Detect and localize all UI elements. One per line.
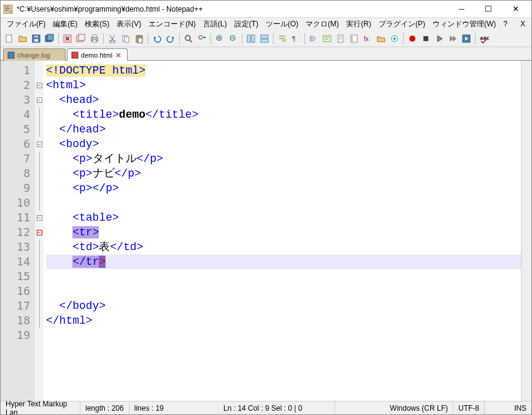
svg-rect-44 (72, 52, 78, 58)
paste-icon[interactable] (133, 32, 145, 45)
svg-point-21 (185, 36, 190, 40)
svg-rect-7 (47, 34, 53, 40)
toolbar-separator (58, 33, 59, 44)
menu-edit[interactable]: 編集(E) (49, 18, 81, 31)
tab-close-icon[interactable] (53, 51, 60, 59)
menu-file[interactable]: ファイル(F) (3, 18, 49, 31)
svg-rect-28 (261, 39, 268, 42)
menu-close-doc[interactable]: X (517, 18, 529, 29)
wordwrap-icon[interactable] (276, 32, 288, 45)
toolbar-separator (273, 33, 274, 44)
stop-icon[interactable] (420, 32, 432, 45)
save-all-icon[interactable] (44, 32, 56, 45)
play-multi-icon[interactable] (447, 32, 459, 45)
save-macro-icon[interactable] (460, 32, 472, 45)
window-title: *C:¥Users¥oshim¥programming¥demo.html - … (17, 5, 448, 13)
svg-rect-13 (93, 40, 96, 42)
tab-close-icon[interactable] (115, 51, 122, 59)
menu-help[interactable]: ? (499, 18, 511, 29)
menubar: ファイル(F) 編集(E) 検索(S) 表示(V) エンコード(N) 言語(L)… (1, 18, 531, 30)
menu-window[interactable]: ウィンドウ管理(W) (429, 18, 499, 31)
file-saved-icon (7, 51, 15, 59)
save-icon[interactable] (30, 32, 42, 45)
toolbar-separator (210, 33, 211, 44)
editor: 12345678910111213141516171819 −−−−− <!DO… (1, 61, 531, 401)
close-all-icon[interactable] (75, 32, 87, 45)
find-icon[interactable] (182, 32, 195, 45)
svg-rect-19 (137, 35, 141, 37)
line-number-gutter: 12345678910111213141516171819 (1, 61, 35, 401)
status-lines: lines : 19 (129, 402, 169, 414)
cut-icon[interactable] (106, 32, 118, 45)
svg-rect-10 (79, 34, 85, 40)
folder-workspace-icon[interactable] (375, 32, 387, 45)
copy-icon[interactable] (120, 32, 132, 45)
svg-point-38 (393, 37, 396, 40)
undo-icon[interactable] (151, 32, 163, 45)
tabbar: change.log demo.html (1, 47, 531, 61)
new-file-icon[interactable] (3, 32, 15, 45)
status-encoding: UTF-8 (453, 402, 485, 414)
svg-text:¶: ¶ (292, 35, 296, 42)
code-area[interactable]: <!DOCTYPE html><html> <head> <title>demo… (44, 61, 521, 401)
replace-icon[interactable] (196, 32, 208, 45)
toolbar-separator (103, 33, 104, 44)
titlebar: *C:¥Users¥oshim¥programming¥demo.html - … (1, 1, 531, 18)
svg-point-33 (352, 36, 353, 37)
menu-view[interactable]: 表示(V) (113, 18, 145, 31)
spellcheck-icon[interactable]: ABC (478, 32, 490, 45)
menu-encoding[interactable]: エンコード(N) (145, 18, 199, 31)
udl-icon[interactable] (321, 32, 333, 45)
app-icon (3, 4, 13, 14)
svg-text:fx: fx (364, 36, 369, 42)
svg-point-34 (352, 38, 353, 39)
allchars-icon[interactable]: ¶ (290, 32, 302, 45)
maximize-button[interactable]: ☐ (475, 1, 502, 17)
indent-guide-icon[interactable] (307, 32, 320, 45)
doc-map-icon[interactable] (334, 32, 347, 45)
toolbar-separator (242, 33, 242, 44)
status-length: length : 206 (80, 402, 129, 414)
print-icon[interactable] (88, 32, 101, 45)
status-insert-mode: INS (509, 402, 531, 414)
svg-point-14 (109, 40, 112, 43)
close-file-icon[interactable] (61, 32, 74, 45)
record-icon[interactable] (406, 32, 418, 45)
svg-rect-26 (252, 35, 255, 42)
vertical-scrollbar[interactable] (521, 61, 531, 401)
monitor-icon[interactable] (388, 32, 401, 45)
zoom-in-icon[interactable] (214, 32, 226, 45)
minimize-button[interactable]: ─ (448, 1, 475, 17)
menu-run[interactable]: 実行(R) (342, 18, 375, 31)
func-list-icon[interactable]: fx (361, 32, 374, 45)
doc-list-icon[interactable] (348, 32, 360, 45)
svg-rect-12 (93, 35, 96, 37)
sync-v-icon[interactable] (245, 32, 257, 45)
tab-demohtml[interactable]: demo.html (67, 48, 128, 61)
menu-macro[interactable]: マクロ(M) (302, 18, 342, 31)
close-button[interactable]: ✕ (502, 1, 529, 17)
menu-language[interactable]: 言語(L) (199, 18, 231, 31)
sync-h-icon[interactable] (258, 32, 271, 45)
zoom-out-icon[interactable] (227, 32, 239, 45)
menu-plugins[interactable]: プラグイン(P) (375, 18, 429, 31)
play-icon[interactable] (433, 32, 445, 45)
open-file-icon[interactable] (17, 32, 29, 45)
menu-search[interactable]: 検索(S) (81, 18, 113, 31)
svg-rect-31 (338, 35, 343, 42)
redo-icon[interactable] (164, 32, 177, 45)
menu-tools[interactable]: ツール(O) (262, 18, 302, 31)
toolbar-separator (304, 33, 305, 44)
svg-point-1 (9, 10, 12, 13)
svg-rect-4 (34, 39, 38, 42)
status-position: Ln : 14 Col : 9 Sel : 0 | 0 (218, 402, 335, 414)
svg-rect-30 (323, 36, 331, 42)
menu-settings[interactable]: 設定(T) (231, 18, 262, 31)
tab-changelog[interactable]: change.log (3, 48, 66, 61)
svg-rect-27 (261, 35, 268, 38)
window-controls: ─ ☐ ✕ (448, 1, 529, 17)
tab-label: change.log (17, 51, 50, 59)
svg-rect-43 (8, 52, 14, 58)
svg-point-15 (113, 40, 115, 43)
fold-column[interactable]: −−−−− (35, 61, 44, 401)
